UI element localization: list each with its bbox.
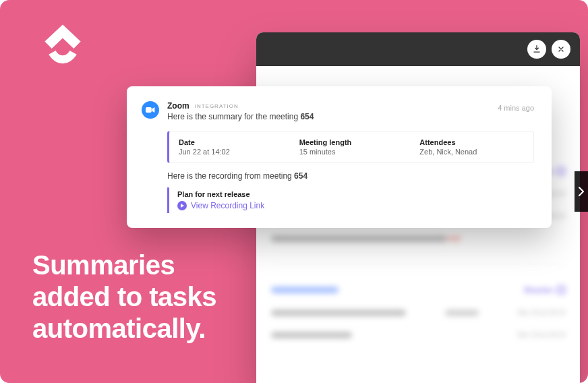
integration-name: Zoom bbox=[167, 101, 189, 111]
blurred-date: Dec 23 at 10:14 bbox=[517, 331, 565, 338]
play-icon bbox=[177, 201, 187, 210]
blurred-text bbox=[271, 310, 406, 316]
attendees-value: Zeb, Nick, Nenad bbox=[419, 148, 524, 156]
integration-badge: INTEGRATION bbox=[195, 103, 239, 109]
meeting-id: 654 bbox=[294, 171, 307, 181]
headline: Summaries added to tasks automatically. bbox=[32, 249, 216, 345]
download-button[interactable] bbox=[527, 40, 546, 59]
read-badge: read bbox=[446, 235, 460, 242]
headline-line1: Summaries bbox=[32, 249, 216, 281]
blurred-text bbox=[271, 332, 352, 338]
recording-text: Here is the recording from meeting 654 bbox=[167, 171, 534, 181]
meeting-details: Date Jun 22 at 14:02 Meeting length 15 m… bbox=[167, 131, 534, 163]
carousel-next-button[interactable] bbox=[575, 171, 588, 212]
length-label: Meeting length bbox=[299, 138, 404, 146]
timestamp: 4 mins ago bbox=[498, 104, 534, 112]
close-button[interactable] bbox=[552, 40, 570, 59]
app-header bbox=[256, 32, 580, 66]
svg-rect-0 bbox=[146, 107, 152, 113]
recording-box: Plan for next release View Recording Lin… bbox=[167, 187, 534, 213]
blurred-link bbox=[271, 287, 339, 293]
summary-text: Here is the summary for the meeting 654 bbox=[167, 112, 534, 121]
recording-link-label: View Recording Link bbox=[191, 201, 264, 210]
resolve-button[interactable]: Resolve bbox=[525, 286, 565, 294]
headline-line2: added to tasks bbox=[32, 281, 216, 313]
headline-line3: automatically. bbox=[32, 313, 216, 345]
blurred-text bbox=[271, 235, 446, 242]
view-recording-link[interactable]: View Recording Link bbox=[177, 201, 526, 210]
recording-title: Plan for next release bbox=[177, 190, 526, 198]
date-value: Jun 22 at 14:02 bbox=[179, 148, 283, 156]
length-value: 15 minutes bbox=[299, 148, 404, 156]
summary-prefix: Here is the summary for the meeting bbox=[167, 112, 300, 121]
promo-stage: Resolve Dec 23 at 10:14 Dec 23 at 10:14 … bbox=[0, 0, 588, 383]
resolve-label: Resolve bbox=[525, 286, 553, 294]
decorative-mask bbox=[579, 35, 588, 46]
divider bbox=[271, 264, 565, 264]
clickup-logo-icon bbox=[38, 22, 88, 71]
date-label: Date bbox=[179, 138, 283, 146]
checkbox-icon bbox=[557, 286, 565, 294]
meeting-id: 654 bbox=[300, 112, 314, 121]
zoom-summary-card: Zoom INTEGRATION Here is the summary for… bbox=[127, 86, 552, 228]
checkbox-icon bbox=[557, 167, 565, 175]
blurred-date: Dec 23 at 10:14 bbox=[517, 309, 565, 316]
zoom-camera-icon bbox=[142, 101, 159, 119]
recording-prefix: Here is the recording from meeting bbox=[167, 171, 294, 181]
unread-badge bbox=[445, 310, 479, 316]
attendees-label: Attendees bbox=[419, 138, 524, 146]
